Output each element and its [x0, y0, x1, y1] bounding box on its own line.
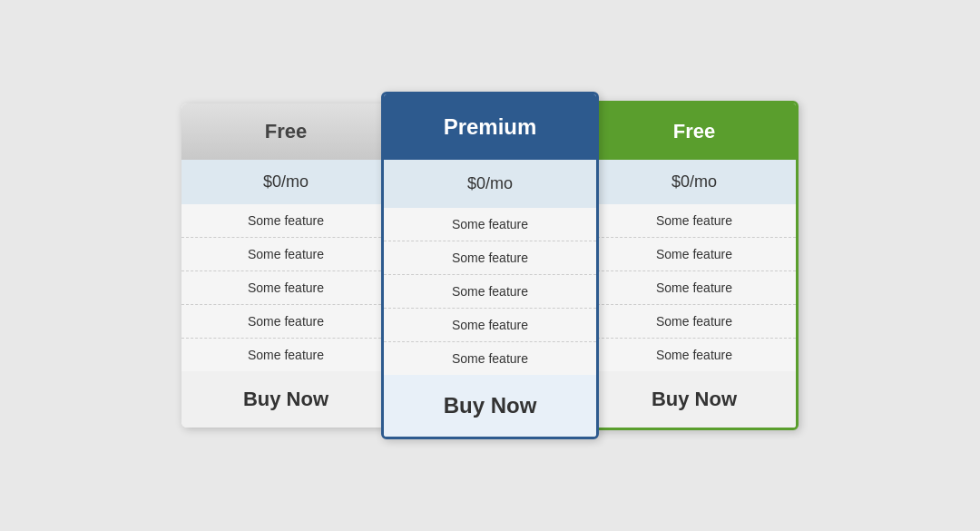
list-item: Some feature [593, 271, 796, 305]
list-item: Some feature [384, 275, 596, 309]
list-item: Some feature [384, 309, 596, 342]
list-item: Some feature [593, 204, 796, 238]
list-item: Some feature [593, 339, 796, 371]
list-item: Some feature [181, 305, 390, 339]
card-price-right: $0/mo [593, 160, 796, 204]
card-title-right: Free [593, 103, 796, 160]
card-title-middle: Premium [384, 94, 596, 160]
list-item: Some feature [181, 238, 390, 271]
pricing-card-premium: Premium $0/mo Some feature Some feature … [381, 92, 599, 439]
card-features-right: Some feature Some feature Some feature S… [593, 204, 796, 371]
list-item: Some feature [181, 204, 390, 238]
card-price-left: $0/mo [181, 160, 390, 204]
list-item: Some feature [181, 339, 390, 371]
card-title-left: Free [181, 103, 390, 160]
card-features-left: Some feature Some feature Some feature S… [181, 204, 390, 371]
list-item: Some feature [181, 271, 390, 305]
pricing-table: Free $0/mo Some feature Some feature Som… [181, 92, 799, 439]
list-item: Some feature [384, 342, 596, 375]
list-item: Some feature [384, 208, 596, 241]
buy-now-button-right[interactable]: Buy Now [593, 371, 796, 428]
list-item: Some feature [593, 305, 796, 339]
card-price-middle: $0/mo [384, 160, 596, 208]
pricing-card-free-left: Free $0/mo Some feature Some feature Som… [181, 103, 390, 428]
list-item: Some feature [593, 238, 796, 271]
list-item: Some feature [384, 241, 596, 275]
card-features-middle: Some feature Some feature Some feature S… [384, 208, 596, 375]
buy-now-button-middle[interactable]: Buy Now [384, 375, 596, 437]
pricing-card-free-right: Free $0/mo Some feature Some feature Som… [590, 101, 799, 430]
buy-now-button-left[interactable]: Buy Now [181, 371, 390, 428]
